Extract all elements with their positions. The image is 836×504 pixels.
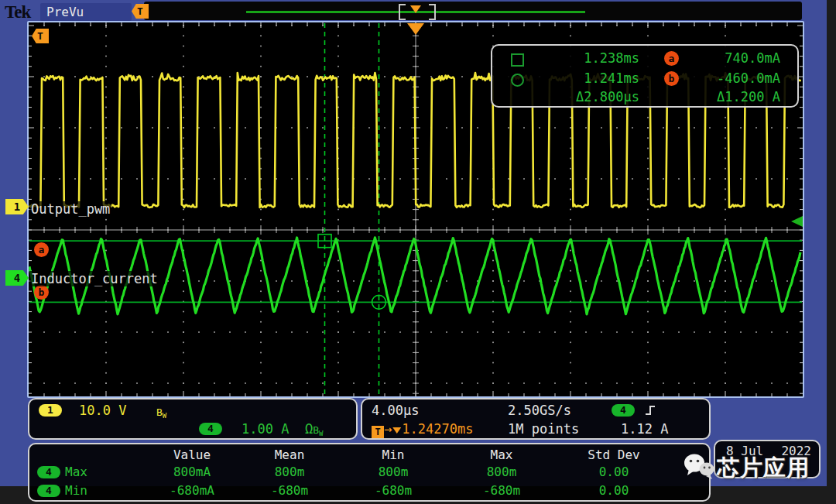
cursor-readout-box[interactable]: 1.238ms a 740.0mA 1.241ms b -460.0mA Δ2.…	[491, 44, 799, 108]
meas-row1-stddev: 0.00	[567, 465, 660, 479]
cursor-b-time: 1.241ms	[539, 70, 639, 86]
meas-row2-channel-badge: 4	[37, 485, 60, 497]
meas-row2-name: Min	[65, 483, 87, 498]
cursor-b-value: -460.0mA	[684, 70, 780, 86]
channel-settings-box[interactable]: 1 10.0 V BW 4 1.00 A ΩBW	[28, 398, 358, 440]
ch4-coupling-icon: ΩBW	[305, 421, 324, 437]
cursor-a-badge[interactable]: a	[34, 242, 49, 257]
measurement-table[interactable]: Value Mean Min Max Std Dev 4 Max 800mA 8…	[28, 443, 711, 502]
cursor-a-level-badge: a	[664, 51, 679, 66]
meas-row2-stddev: 0.00	[567, 483, 660, 498]
horizontal-trigger-box[interactable]: 4.00µs 2.50GS/s 4 T→1.24270ms 1M points …	[361, 398, 711, 440]
cursor-b-circle-icon	[511, 74, 524, 87]
meas-header-min: Min	[347, 447, 440, 462]
meas-row2-min: -680m	[347, 483, 440, 498]
meas-header-stddev: Std Dev	[567, 447, 660, 462]
trigger-t-icon-readout: T	[372, 426, 384, 438]
meas-row1-channel-badge: 4	[37, 466, 60, 478]
meas-row1-min: 800m	[347, 465, 440, 479]
meas-row1-mean: 800m	[243, 465, 336, 479]
cursor-a-time: 1.238ms	[539, 50, 639, 66]
trigger-source-badge[interactable]: 4	[612, 404, 635, 417]
meas-header-mean: Mean	[243, 447, 336, 462]
trigger-delay-readout: T→1.24270ms	[372, 421, 473, 438]
ch1-scale: 10.0 V	[79, 403, 126, 418]
watermark-text: 芯片应用	[717, 453, 810, 484]
record-length: 1M points	[508, 421, 579, 437]
ch4-scale: 1.00 A	[242, 421, 289, 437]
sample-rate: 2.50GS/s	[508, 403, 571, 418]
record-window-bracket-right[interactable]	[429, 4, 436, 20]
cursor-b-badge[interactable]: b	[34, 285, 49, 300]
meas-row2-max: -680m	[455, 483, 548, 498]
horizontal-scale: 4.00µs	[372, 403, 419, 418]
record-window-bracket-left[interactable]	[399, 4, 406, 20]
tek-logo: Tek	[5, 2, 40, 21]
ch1-bandwidth-icon: BW	[156, 403, 166, 420]
cursor-b-level-badge: b	[664, 71, 679, 86]
wave-record-view[interactable]	[144, 2, 802, 20]
watermark: 芯片应用	[683, 452, 810, 485]
ch4-badge[interactable]: 4	[199, 423, 222, 435]
ch1-badge[interactable]: 1	[39, 404, 62, 417]
meas-row1-name: Max	[65, 465, 87, 479]
cursor-delta-value: Δ1.200 A	[684, 89, 780, 105]
meas-row1-value: 800mA	[146, 465, 238, 479]
meas-header-max: Max	[455, 447, 548, 462]
meas-row2-value: -680mA	[146, 483, 238, 498]
trigger-slope-rising-icon	[644, 404, 656, 420]
cursor-delta-time: Δ2.800µs	[539, 89, 639, 105]
cursor-a-square-icon	[511, 53, 524, 67]
cursor-a-value: 740.0mA	[684, 50, 780, 66]
trigger-level-readout: 1.12 A	[621, 421, 668, 437]
ch4-waveform-label: Inductor_current	[29, 271, 159, 286]
meas-row2-mean: -680m	[243, 483, 336, 498]
meas-header-value: Value	[146, 447, 238, 462]
wechat-icon	[683, 452, 715, 485]
acquisition-mode-label: PreVu	[40, 3, 132, 21]
meas-row1-max: 800m	[455, 465, 548, 479]
oscilloscope-screen: Tek PreVu T T 1 4 a b Output_pwm Inducto…	[0, 0, 836, 504]
ch1-waveform-label: Output_pwm	[29, 201, 111, 217]
